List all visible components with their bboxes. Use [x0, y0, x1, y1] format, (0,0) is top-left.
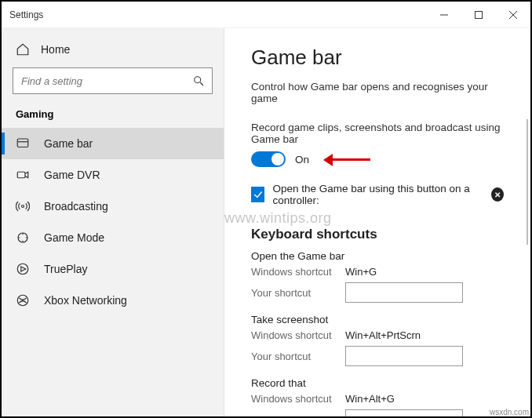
svg-point-4	[195, 77, 201, 83]
your-shortcut-label: Your shortcut	[251, 287, 345, 299]
minimize-icon	[439, 10, 449, 20]
sidebar-item-label: Broadcasting	[44, 200, 108, 213]
your-shortcut-input[interactable]	[345, 282, 463, 303]
svg-rect-6	[17, 139, 28, 147]
maximize-icon	[474, 10, 483, 20]
close-button[interactable]	[496, 3, 530, 27]
maximize-button[interactable]	[461, 3, 496, 27]
search-wrap	[2, 64, 224, 104]
sidebar-item-label: Xbox Networking	[44, 294, 127, 307]
main-panel: Game bar Control how Game bar opens and …	[224, 28, 530, 416]
toggle-row: On	[251, 151, 504, 167]
svg-point-9	[22, 205, 24, 208]
win-shortcut-value: Win+Alt+PrtScrn	[345, 329, 421, 341]
titlebar: Settings	[2, 2, 530, 28]
scrollbar[interactable]	[527, 119, 528, 245]
game-mode-icon	[16, 231, 30, 245]
shortcuts-heading: Keyboard shortcuts	[251, 227, 504, 242]
toggle-knob	[271, 153, 284, 165]
controller-checkbox-label: Open the Game bar using this button on a…	[272, 183, 504, 206]
close-icon	[508, 10, 518, 20]
sidebar: Home Gaming Game bar	[2, 28, 224, 416]
svg-point-12	[17, 295, 28, 306]
svg-rect-8	[17, 172, 25, 178]
win-shortcut-label: Windows shortcut	[251, 266, 345, 278]
sidebar-item-label: Game bar	[44, 137, 93, 150]
game-dvr-icon	[16, 168, 30, 182]
shortcut-group-open: Open the Game bar Windows shortcut Win+G…	[251, 250, 504, 303]
sidebar-item-xbox-networking[interactable]: Xbox Networking	[2, 285, 224, 316]
page-title: Game bar	[251, 45, 504, 70]
page-description: Control how Game bar opens and recognise…	[251, 81, 504, 104]
watermark: www.wintips.org	[224, 210, 332, 227]
shortcut-title: Take screenshot	[251, 314, 504, 325]
trueplay-icon	[16, 262, 30, 276]
search-box[interactable]	[13, 67, 213, 94]
check-icon	[253, 189, 264, 200]
sidebar-item-game-bar[interactable]: Game bar	[2, 128, 224, 159]
sidebar-home[interactable]: Home	[2, 35, 224, 64]
sidebar-item-label: Game Mode	[44, 231, 104, 244]
your-shortcut-input[interactable]	[345, 346, 463, 366]
your-shortcut-label: Your shortcut	[251, 414, 345, 417]
sidebar-category-header: Gaming	[2, 104, 224, 128]
broadcasting-icon	[16, 199, 30, 213]
svg-rect-1	[476, 11, 483, 18]
sidebar-item-label: Game DVR	[44, 169, 100, 181]
controller-checkbox[interactable]	[251, 187, 264, 202]
toggle-label: Record game clips, screenshots and broad…	[251, 122, 504, 145]
window-body: Home Gaming Game bar	[2, 28, 530, 416]
annotation-arrow	[325, 158, 370, 161]
sidebar-item-broadcasting[interactable]: Broadcasting	[2, 191, 224, 222]
win-shortcut-value: Win+Alt+G	[345, 393, 395, 405]
search-input[interactable]	[20, 75, 191, 88]
home-label: Home	[41, 43, 70, 56]
your-shortcut-input[interactable]	[345, 409, 463, 416]
record-toggle[interactable]	[251, 151, 286, 167]
footer-watermark: wsxdn.com	[490, 408, 529, 416]
game-bar-icon	[16, 136, 30, 151]
controller-checkbox-row: Open the Game bar using this button on a…	[251, 183, 504, 206]
win-shortcut-value: Win+G	[345, 266, 377, 278]
sidebar-item-game-mode[interactable]: Game Mode	[2, 222, 224, 253]
minimize-button[interactable]	[427, 3, 461, 27]
shortcut-title: Record that	[251, 377, 504, 389]
xbox-networking-icon	[16, 293, 30, 307]
shortcut-title: Open the Game bar	[251, 250, 504, 262]
win-shortcut-label: Windows shortcut	[251, 329, 345, 341]
your-shortcut-label: Your shortcut	[251, 351, 345, 362]
shortcut-group-record-that: Record that Windows shortcut Win+Alt+G Y…	[251, 377, 504, 416]
xbox-icon	[491, 187, 504, 202]
home-icon	[16, 42, 30, 56]
window-title: Settings	[2, 9, 427, 20]
sidebar-item-trueplay[interactable]: TruePlay	[2, 253, 224, 285]
sidebar-item-label: TruePlay	[44, 263, 88, 275]
win-shortcut-label: Windows shortcut	[251, 393, 345, 405]
shortcut-group-screenshot: Take screenshot Windows shortcut Win+Alt…	[251, 314, 504, 366]
settings-window: Settings Home	[0, 0, 532, 418]
svg-line-5	[200, 82, 203, 85]
sidebar-item-game-dvr[interactable]: Game DVR	[2, 159, 224, 191]
search-icon	[191, 74, 206, 88]
toggle-state: On	[295, 154, 309, 165]
